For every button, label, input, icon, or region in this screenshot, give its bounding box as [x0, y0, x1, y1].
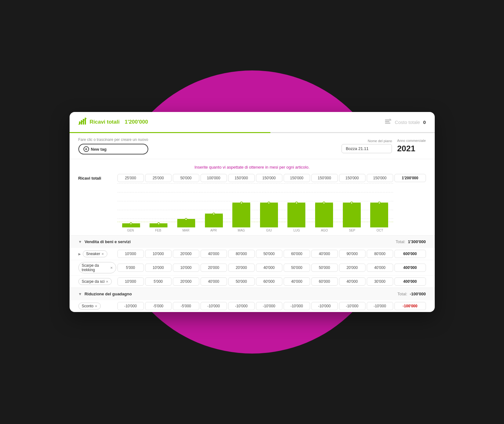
- row-val-0-2-8[interactable]: 40'000: [339, 277, 365, 286]
- row-val-0-2-7[interactable]: 60'000: [311, 277, 338, 286]
- chart-month-val-0[interactable]: 25'000: [117, 174, 144, 182]
- cost-label: Costo totale: [395, 120, 420, 125]
- bar-dot-0: [130, 222, 132, 225]
- row-val-1-0-3[interactable]: -10'000: [201, 302, 227, 310]
- row-val-0-0-1[interactable]: 10'000: [145, 250, 172, 258]
- bar-6: [287, 203, 305, 227]
- bar-9: [370, 203, 388, 227]
- chart-month-val-6[interactable]: 150'000: [284, 174, 310, 182]
- row-val-1-0-9[interactable]: -10'000: [367, 302, 393, 310]
- row-val-0-1-0[interactable]: 5'000: [117, 264, 144, 272]
- bar-7: [315, 203, 333, 227]
- row-label-cell-1-0: Sconto✕: [78, 303, 116, 310]
- month-label-7: AGO: [311, 229, 338, 232]
- chart-month-labels-row: GENFEBMARAPRMAGGIULUGAGOSEPOCT: [78, 229, 426, 232]
- row-val-1-0-6[interactable]: -10'000: [284, 302, 310, 310]
- year-value: 2021: [397, 144, 426, 153]
- row-val-0-2-4[interactable]: 50'000: [228, 277, 255, 286]
- plan-name-group: Nome del piano: [342, 139, 392, 153]
- row-val-0-0-5[interactable]: 50'000: [256, 250, 282, 258]
- month-label-1: FEB: [145, 229, 172, 232]
- chip-close-0-2[interactable]: ✕: [106, 280, 108, 283]
- category-total-1: Total: -100'000: [398, 292, 426, 296]
- new-tag-button[interactable]: + New tag: [78, 144, 148, 154]
- month-label-5: GIU: [256, 229, 282, 232]
- chart-graph: [117, 183, 393, 227]
- row-val-0-0-2[interactable]: 20'000: [173, 250, 199, 258]
- row-val-0-2-2[interactable]: 20'000: [173, 277, 199, 286]
- category-header-1[interactable]: ▼ Riduzione del guadagno Total: -100'000: [70, 288, 435, 300]
- row-val-0-1-7[interactable]: 50'000: [311, 264, 338, 272]
- row-val-0-0-4[interactable]: 80'000: [228, 250, 255, 258]
- bar-group-3: [200, 183, 228, 227]
- bar-dot-2: [185, 218, 187, 220]
- chart-section: Inserite quanto vi aspettate di ottenere…: [70, 159, 435, 235]
- chip-close-1-0[interactable]: ✕: [95, 304, 97, 308]
- row-val-0-2-5[interactable]: 60'000: [256, 277, 282, 286]
- bar-dot-3: [212, 213, 215, 215]
- chart-month-val-7[interactable]: 150'000: [311, 174, 338, 182]
- row-val-0-0-8[interactable]: 90'000: [339, 250, 365, 258]
- row-val-0-0-3[interactable]: 40'000: [201, 250, 227, 258]
- row-val-1-0-4[interactable]: -10'000: [228, 302, 255, 310]
- row-val-0-1-3[interactable]: 20'000: [201, 264, 227, 272]
- row-val-0-2-6[interactable]: 40'000: [284, 277, 310, 286]
- row-item-0-1: Scarpe da trekking✕5'00010'00010'00020'0…: [70, 260, 435, 276]
- cost-value: 0: [423, 120, 426, 125]
- row-val-0-2-0[interactable]: 10'000: [117, 277, 144, 286]
- category-header-0[interactable]: ▼ Vendita di beni e servizi Total: 1'300…: [70, 236, 435, 248]
- categories-container: ▼ Vendita di beni e servizi Total: 1'300…: [70, 235, 435, 312]
- row-val-0-1-4[interactable]: 20'000: [228, 264, 255, 272]
- row-val-0-1-9[interactable]: 40'000: [367, 264, 393, 272]
- category-name-1: Riduzione del guadagno: [84, 292, 132, 296]
- chip-close-0-1[interactable]: ✕: [110, 266, 113, 270]
- row-val-0-1-6[interactable]: 50'000: [284, 264, 310, 272]
- cat-header-left-1: ▼ Riduzione del guadagno: [78, 292, 132, 296]
- toolbar: Fare clic o trascinare per creare un nuo…: [70, 133, 435, 159]
- plan-name-input[interactable]: [342, 144, 392, 153]
- row-val-0-0-0[interactable]: 10'000: [117, 250, 144, 258]
- month-label-6: LUG: [284, 229, 310, 232]
- chart-month-val-8[interactable]: 150'000: [339, 174, 365, 182]
- row-label-cell-0-0: ▶Sneaker✕: [78, 250, 116, 257]
- chart-month-val-2[interactable]: 50'000: [173, 174, 199, 182]
- year-label: Anno commerciale: [397, 139, 426, 142]
- row-val-1-0-5[interactable]: -10'000: [256, 302, 282, 310]
- expand-arrow-0-0[interactable]: ▶: [78, 252, 81, 256]
- row-val-0-2-9[interactable]: 30'000: [367, 277, 393, 286]
- chart-month-val-9[interactable]: 150'000: [367, 174, 393, 182]
- row-val-0-2-1[interactable]: 5'000: [145, 277, 172, 286]
- row-val-0-1-1[interactable]: 10'000: [145, 264, 172, 272]
- row-val-1-0-2[interactable]: -5'000: [173, 302, 199, 310]
- chip-close-0-0[interactable]: ✕: [101, 252, 104, 256]
- row-val-1-0-7[interactable]: -10'000: [311, 302, 338, 310]
- month-label-2: MAR: [173, 229, 199, 232]
- row-val-0-0-6[interactable]: 60'000: [284, 250, 310, 258]
- row-val-0-1-8[interactable]: 20'000: [339, 264, 365, 272]
- chart-month-val-1[interactable]: 25'000: [145, 174, 172, 182]
- tag-chip-0-1: Scarpe da trekking✕: [78, 262, 116, 273]
- bar-dot-4: [240, 202, 243, 204]
- row-val-1-0-0[interactable]: -10'000: [117, 302, 144, 310]
- chart-month-val-5[interactable]: 150'000: [256, 174, 282, 182]
- chip-label-0-2: Scarpe da sci: [82, 279, 105, 284]
- tag-chip-0-2: Scarpe da sci✕: [78, 278, 112, 285]
- row-val-1-0-1[interactable]: -5'000: [145, 302, 172, 310]
- plus-icon: +: [83, 146, 89, 152]
- row-val-0-0-7[interactable]: 40'000: [311, 250, 338, 258]
- header: Ricavi totali 1'200'000 Costo totale 0: [70, 112, 435, 133]
- row-val-0-1-2[interactable]: 10'000: [173, 264, 199, 272]
- row-val-1-0-8[interactable]: -10'000: [339, 302, 365, 310]
- row-val-0-0-9[interactable]: 80'000: [367, 250, 393, 258]
- bar-dot-6: [295, 202, 298, 204]
- chart-month-val-3[interactable]: 100'000: [201, 174, 227, 182]
- category-total-label-1: Total:: [398, 292, 407, 296]
- chart-total-val: 1'200'000: [394, 174, 426, 182]
- row-val-0-1-5[interactable]: 40'000: [256, 264, 282, 272]
- chart-month-val-4[interactable]: 150'000: [228, 174, 255, 182]
- row-val-0-2-3[interactable]: 40'000: [201, 277, 227, 286]
- plan-name-label: Nome del piano: [342, 139, 392, 143]
- header-right: Costo totale 0: [385, 118, 426, 126]
- chart-bar-area: [78, 183, 426, 227]
- bar-3: [205, 214, 223, 227]
